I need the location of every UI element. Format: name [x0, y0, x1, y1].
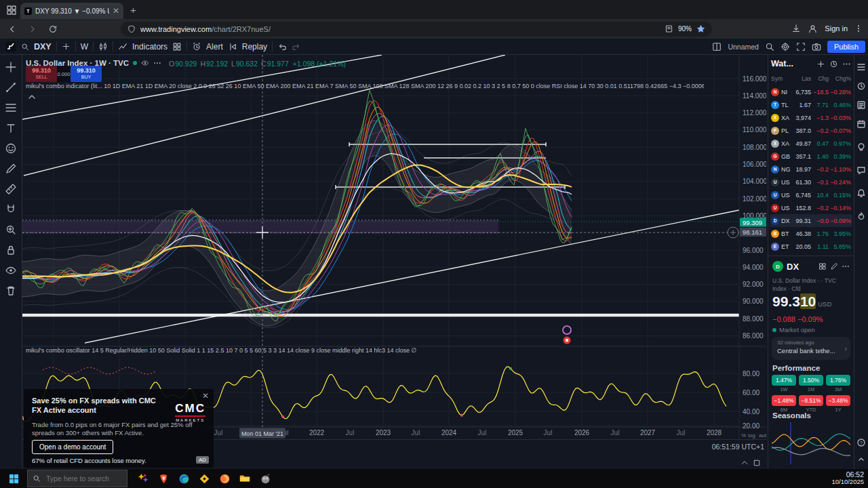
taskbar-app-stickers[interactable]: [133, 469, 153, 488]
taskbar-app-binance[interactable]: [194, 469, 214, 488]
new-tab-button[interactable]: +: [130, 4, 136, 16]
watchlist-row[interactable]: TTL1.677.710.46%: [770, 98, 852, 111]
taskbar-app-gimp[interactable]: [255, 469, 275, 488]
legend-eye-icon[interactable]: [141, 59, 149, 67]
indicators-button[interactable]: Indicators: [132, 42, 167, 52]
trendline-tool-icon[interactable]: [5, 81, 17, 94]
tab-close-icon[interactable]: ✕: [113, 7, 119, 15]
watchlist-column-header[interactable]: Las: [785, 75, 811, 82]
fib-tool-icon[interactable]: [5, 102, 17, 114]
watchlist-row[interactable]: UUS61.30−0.1−0.24%: [770, 176, 852, 188]
address-bar[interactable]: www.tradingview.com/chart/2RX7nueS/ 90%: [121, 22, 712, 37]
chart-canvas[interactable]: 116.000114.000112.000110.000108.000106.0…: [22, 55, 766, 439]
watchlist-row[interactable]: XXA3,974−1.3−0.03%: [770, 111, 852, 124]
watchlist-row[interactable]: UUS6,74510.40.15%: [770, 188, 852, 201]
news-panel-icon[interactable]: [856, 100, 866, 110]
back-button[interactable]: [4, 21, 20, 37]
settings-gear-icon[interactable]: [781, 42, 790, 52]
watchlist-row[interactable]: XXA49.870.470.97%: [770, 137, 852, 150]
taskbar-app-edge[interactable]: [174, 469, 194, 488]
indicator-templates-icon[interactable]: [172, 42, 182, 52]
ad-cta-button[interactable]: Open a demo account: [32, 440, 113, 454]
axis-labels[interactable]: 116.000114.000112.000110.000108.000106.0…: [214, 75, 766, 437]
reload-button[interactable]: [45, 21, 61, 37]
shield-icon[interactable]: [127, 25, 136, 33]
brush-tool-icon[interactable]: [5, 163, 17, 175]
zoom-level[interactable]: 90%: [678, 25, 692, 33]
calendar-panel-icon[interactable]: [856, 119, 866, 129]
chat-panel-icon[interactable]: [856, 165, 866, 175]
measure-tool-icon[interactable]: [5, 183, 17, 195]
axis-add-icon[interactable]: [728, 227, 738, 238]
panel-maximize-icon[interactable]: [753, 459, 761, 467]
seasonals-chart[interactable]: [772, 422, 850, 464]
visibility-tool-icon[interactable]: [5, 264, 17, 277]
legend-collapse-icon[interactable]: [28, 94, 36, 100]
emoji-tool-icon[interactable]: [5, 142, 17, 155]
replay-button[interactable]: Replay: [242, 42, 267, 52]
symbol-ticker[interactable]: DX: [787, 262, 815, 272]
news-card[interactable]: 32 minutes ago Central bank tethe... ›: [772, 337, 850, 360]
ideas-panel-icon[interactable]: [856, 142, 866, 152]
lock-tool-icon[interactable]: [5, 244, 17, 256]
oscillator-legend[interactable]: mikul's combo oscillator 14 5 Regular/Hi…: [26, 347, 636, 354]
watchlist-columns[interactable]: SymLasChgChg%: [771, 75, 851, 82]
watchlist-row[interactable]: DDX99.31−0.0−0.09%: [770, 214, 852, 227]
taskbar-app-brave[interactable]: [153, 469, 174, 488]
watchlist-row[interactable]: NNI6,735−18.5−0.28%: [770, 85, 852, 98]
watchlist-row[interactable]: EET20.051.115.85%: [770, 240, 852, 253]
help-icon[interactable]: ?: [856, 438, 866, 447]
magnet-tool-icon[interactable]: [5, 203, 17, 216]
symbol-edit-icon[interactable]: [830, 262, 838, 270]
watchlist-row[interactable]: BBT46.381.763.95%: [770, 227, 852, 240]
start-button[interactable]: [0, 469, 27, 488]
profile-avatar-icon[interactable]: [808, 24, 818, 34]
price-axis-buttons[interactable]: % log auto: [741, 432, 766, 439]
alert-button[interactable]: Alert: [206, 42, 223, 52]
indicators-icon[interactable]: [118, 42, 127, 52]
tradingview-logo[interactable]: [5, 41, 16, 52]
watchlist-column-header[interactable]: Sym: [771, 75, 785, 82]
sign-in-button[interactable]: Sign in: [825, 24, 848, 33]
bookmark-star-icon[interactable]: [696, 24, 705, 33]
layout-icon[interactable]: [712, 42, 722, 52]
replay-icon[interactable]: [228, 42, 237, 52]
chart-sticker-icons[interactable]: [563, 326, 571, 344]
watchlist-more-icon[interactable]: [842, 60, 851, 68]
symbol-grid-icon[interactable]: [818, 262, 827, 270]
legend-more-icon[interactable]: [153, 59, 161, 67]
layout-name[interactable]: Unnamed: [728, 43, 759, 51]
watchlist-row[interactable]: PPL387.0−0.2−0.07%: [770, 124, 852, 137]
panel-collapse-icon[interactable]: [741, 459, 749, 467]
symbol-search-icon[interactable]: [21, 43, 29, 51]
taskbar-search[interactable]: [27, 470, 127, 487]
watchlist-column-header[interactable]: Chg%: [829, 75, 851, 82]
buy-button[interactable]: 99.310 BUY: [71, 66, 102, 82]
footer-clock[interactable]: 06:51:59 UTC+1: [712, 443, 764, 451]
delete-tool-icon[interactable]: [5, 285, 17, 297]
redo-icon[interactable]: [292, 42, 301, 52]
reading-list-icon[interactable]: [665, 24, 673, 33]
collapse-strip-icon[interactable]: [856, 454, 866, 464]
browser-menu-icon[interactable]: [854, 24, 863, 33]
quick-search-icon[interactable]: [765, 42, 774, 52]
watchlist-row[interactable]: NNG18.97−0.2−1.10%: [770, 163, 852, 176]
alert-icon[interactable]: [192, 42, 201, 52]
watchlist-clock-icon[interactable]: [829, 60, 838, 68]
tab-search-icon[interactable]: [5, 4, 18, 16]
notifications-panel-icon[interactable]: [856, 188, 866, 198]
alerts-panel-icon[interactable]: [856, 81, 866, 91]
watchlist-add-icon[interactable]: [816, 60, 825, 68]
taskbar-app-firefox[interactable]: [214, 469, 235, 488]
compare-add-icon[interactable]: [62, 42, 71, 51]
text-tool-icon[interactable]: [5, 122, 17, 134]
publish-button[interactable]: Publish: [827, 41, 865, 53]
hotlists-panel-icon[interactable]: [856, 211, 866, 221]
interval-button[interactable]: W: [81, 42, 88, 52]
watchlist-column-header[interactable]: Chg: [811, 75, 829, 82]
ad-close-icon[interactable]: ✕: [202, 391, 209, 401]
downloads-icon[interactable]: [791, 24, 801, 33]
undo-icon[interactable]: [277, 42, 287, 52]
watchlist-row[interactable]: GGB357.11.400.39%: [770, 150, 852, 163]
symbol-search-button[interactable]: DXY: [34, 42, 52, 52]
